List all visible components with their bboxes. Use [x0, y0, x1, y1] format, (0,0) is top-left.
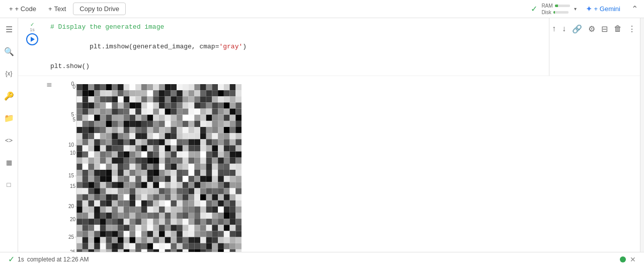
- variables-icon: {x}: [5, 70, 12, 77]
- menu-icon: ☰: [6, 25, 13, 34]
- toolbar-left: + + Code + Text Copy to Drive: [4, 3, 126, 15]
- ram-disk-indicator: RAM Disk: [541, 3, 570, 15]
- code-string-1: 'gray': [219, 43, 243, 50]
- toggle-icon: ≣: [46, 80, 52, 88]
- run-button[interactable]: [26, 33, 38, 45]
- expand-button[interactable]: ⊟: [599, 22, 610, 36]
- add-text-button[interactable]: + Text: [43, 3, 71, 15]
- sidebar-item-terminal[interactable]: □: [2, 177, 16, 191]
- connection-status-dot: [620, 256, 626, 262]
- move-up-button[interactable]: ↑: [550, 22, 558, 35]
- plus-icon: +: [9, 5, 13, 13]
- left-sidebar: ☰ 🔍 {x} 🔑 📁 <> ▦ □: [0, 18, 18, 252]
- status-message: completed at 12:26 AM: [27, 256, 89, 263]
- status-duration: 1s: [18, 256, 24, 263]
- ram-row: RAM: [541, 3, 570, 9]
- status-bar: ✓ 1s completed at 12:26 AM ✕: [0, 252, 644, 266]
- ram-label: RAM: [541, 3, 552, 9]
- cell-area: ✓ 1s # Display the generated image plt.i…: [18, 18, 640, 252]
- search-icon: 🔍: [4, 47, 14, 56]
- y-label-20: 20: [60, 217, 75, 222]
- move-down-button[interactable]: ↓: [560, 22, 568, 35]
- output-content: 0 5 10 15 20 25 0 5 10 15 20 25: [56, 76, 640, 252]
- gemini-star-icon: ✦: [586, 4, 592, 14]
- right-scrollbar[interactable]: [640, 18, 644, 252]
- status-check-icon: ✓: [8, 254, 15, 264]
- folder-icon: 📁: [4, 113, 14, 123]
- sidebar-item-menu[interactable]: ☰: [2, 22, 16, 36]
- copy-to-drive-button[interactable]: Copy to Drive: [73, 3, 126, 15]
- plus-text-icon: +: [48, 5, 52, 13]
- disk-bar: [553, 11, 569, 14]
- key-icon: 🔑: [4, 91, 14, 101]
- copy-link-button[interactable]: 🔗: [570, 22, 584, 36]
- sidebar-item-search[interactable]: 🔍: [2, 44, 16, 58]
- y-label-5: 5: [60, 117, 75, 122]
- y-label-10: 10: [60, 150, 75, 156]
- sidebar-item-secrets[interactable]: 🔑: [2, 89, 16, 103]
- output-area: ≣ 0 5 10 15 20 25: [18, 76, 640, 252]
- terminal-icon: □: [7, 181, 11, 188]
- status-close-icon[interactable]: ✕: [630, 255, 636, 263]
- gemini-label: + Gemini: [594, 5, 620, 13]
- cell-right-toolbar: ↑ ↓ 🔗 ⚙ ⊟ 🗑 ⋮: [549, 18, 640, 76]
- top-toolbar: + + Code + Text Copy to Drive ✓ RAM Disk: [0, 0, 644, 18]
- code-line-2: plt.imshow(generated_image, cmap='gray'): [46, 32, 549, 62]
- disk-bar-fill: [553, 11, 555, 14]
- add-text-label: Text: [54, 5, 66, 13]
- status-left: ✓ 1s completed at 12:26 AM: [8, 254, 89, 264]
- gemini-button[interactable]: ✦ + Gemini: [581, 2, 625, 16]
- sidebar-item-table[interactable]: ▦: [2, 155, 16, 169]
- add-code-button[interactable]: + + Code: [4, 3, 41, 15]
- settings-button[interactable]: ⚙: [586, 22, 597, 36]
- ram-bar-fill: [555, 5, 558, 7]
- connection-check-icon: ✓: [531, 4, 537, 14]
- resource-dropdown-icon[interactable]: ▾: [574, 6, 577, 12]
- code-normal-1: plt.imshow(generated_image, cmap=: [90, 43, 219, 50]
- sidebar-item-code[interactable]: <>: [2, 133, 16, 147]
- add-code-label: + Code: [15, 5, 36, 13]
- sidebar-item-files[interactable]: 📁: [2, 111, 16, 125]
- y-label-0: 0: [60, 84, 75, 90]
- copy-drive-label: Copy to Drive: [79, 5, 119, 13]
- delete-button[interactable]: 🗑: [612, 22, 624, 35]
- cell-code-content[interactable]: # Display the generated image plt.imshow…: [46, 18, 549, 76]
- y-label-15: 15: [60, 183, 75, 189]
- chart-container: 0 5 10 15 20 25 0 5 10 15 20 25: [60, 80, 242, 252]
- grayscale-image-canvas: [60, 80, 242, 252]
- code-cell: ✓ 1s # Display the generated image plt.i…: [18, 18, 640, 76]
- toolbar-right: ✓ RAM Disk ▾ ✦ + Gemini ⌃: [531, 2, 640, 16]
- status-right: ✕: [620, 255, 636, 263]
- output-toggle[interactable]: ≣: [46, 76, 56, 252]
- main-area: ☰ 🔍 {x} 🔑 📁 <> ▦ □ ✓ 1s: [0, 18, 644, 252]
- cell-time: 1s: [30, 27, 35, 32]
- more-options-button[interactable]: ⋮: [626, 22, 638, 36]
- code-line-1: # Display the generated image: [46, 22, 549, 32]
- collapse-button[interactable]: ⌃: [629, 2, 640, 16]
- ram-bar: [555, 5, 570, 7]
- cell-check-icon: ✓: [30, 22, 34, 27]
- code-normal-2: ): [243, 43, 247, 50]
- sidebar-item-variables[interactable]: {x}: [2, 66, 16, 81]
- y-label-25: 25: [60, 249, 75, 252]
- disk-label: Disk: [541, 10, 551, 15]
- cell-gutter: ✓ 1s: [18, 18, 46, 76]
- table-icon: ▦: [6, 159, 12, 166]
- disk-row: Disk: [541, 10, 570, 15]
- code-line-3: plt.show(): [46, 61, 549, 72]
- code-icon: <>: [5, 137, 13, 144]
